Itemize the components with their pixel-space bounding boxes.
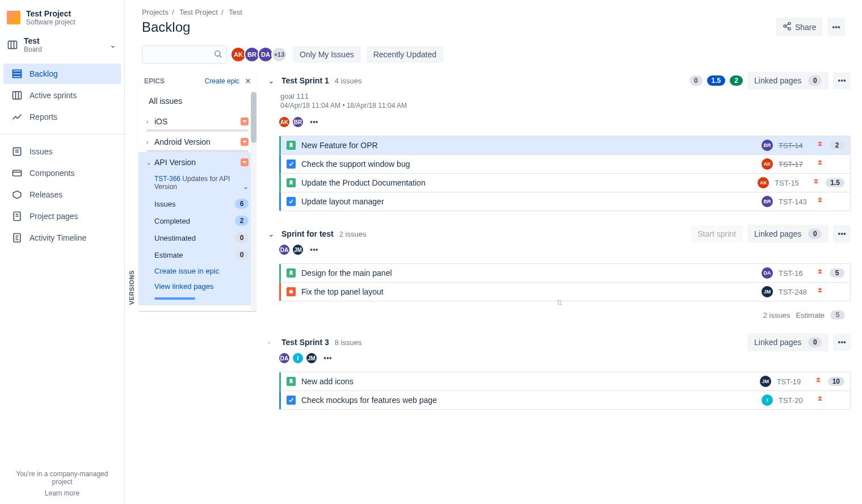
sidebar-item-reports[interactable]: Reports — [3, 107, 121, 127]
assignee-avatar[interactable]: BR — [762, 140, 773, 151]
sprint-name[interactable]: Sprint for test — [281, 229, 334, 238]
recently-updated-button[interactable]: Recently Updated — [367, 46, 443, 63]
epic-color-badge[interactable] — [241, 117, 249, 125]
sidebar-item-issues[interactable]: Issues — [3, 141, 121, 162]
issue-key[interactable]: TST-17 — [779, 160, 810, 169]
linked-pages-button[interactable]: Linked pages 0 — [747, 72, 829, 90]
close-epics-icon[interactable]: ✕ — [245, 77, 251, 85]
avatar[interactable]: DA — [278, 243, 291, 256]
issue-key[interactable]: TST-20 — [779, 396, 810, 405]
sprint-name[interactable]: Test Sprint 3 — [281, 338, 329, 347]
sidebar-item-components[interactable]: Components — [3, 163, 121, 183]
avatar[interactable]: AK — [278, 116, 291, 128]
assignee-avatar[interactable]: JM — [762, 286, 773, 297]
project-avatar — [7, 11, 20, 24]
issue-row[interactable]: Update layout manager BR TST-143 — [279, 192, 850, 211]
sidebar-item-backlog[interactable]: Backlog — [3, 64, 121, 84]
epics-scrollbar[interactable] — [251, 92, 257, 311]
sidebar-item-releases[interactable]: Releases — [3, 184, 121, 205]
epic-name: API Version — [154, 158, 241, 167]
issue-key[interactable]: TST-15 — [775, 179, 806, 187]
avatar[interactable]: I — [292, 352, 304, 364]
epic-row[interactable]: › iOS — [146, 111, 249, 132]
issue-list: New Feature for OPR BR TST-14 2 Check th… — [279, 136, 851, 211]
create-epic-link[interactable]: Create epic — [205, 77, 239, 85]
svg-line-25 — [786, 27, 789, 28]
svg-point-23 — [788, 28, 790, 30]
issue-row[interactable]: New Feature for OPR BR TST-14 2 — [279, 136, 850, 155]
board-icon — [7, 39, 18, 51]
assignee-avatar[interactable]: I — [762, 394, 773, 406]
avatar-more[interactable]: +13 — [271, 47, 287, 62]
learn-more-link[interactable]: Learn more — [7, 489, 117, 497]
epic-all-issues[interactable]: All issues — [146, 91, 249, 111]
issue-row[interactable]: Design for the main panel DA TST-16 5 — [279, 264, 850, 283]
issue-row[interactable]: Check mockups for features web page I TS… — [279, 391, 850, 409]
epic-view-linked-link[interactable]: View linked pages — [146, 279, 249, 294]
chevron-down-icon: ⌄ — [146, 159, 154, 166]
avatar[interactable]: JM — [305, 352, 318, 364]
backlog-icon — [11, 68, 23, 79]
assignee-avatar[interactable]: AK — [758, 177, 769, 188]
crumb-project[interactable]: Test Project — [179, 8, 218, 16]
issue-key[interactable]: TST-16 — [779, 269, 810, 278]
epic-progress-bar — [154, 297, 195, 300]
story-icon — [287, 268, 296, 278]
start-sprint-button[interactable]: Start sprint — [691, 225, 743, 242]
epic-stat: Estimate0 — [146, 246, 249, 263]
share-button[interactable]: Share — [776, 18, 823, 36]
issue-row[interactable]: Fix the top panel layout JM TST-248 — [279, 283, 850, 301]
priority-icon — [816, 396, 824, 405]
versions-tab[interactable]: VERSIONS — [125, 72, 138, 504]
svg-rect-4 — [13, 73, 22, 74]
epic-color-badge[interactable] — [241, 158, 249, 166]
linked-pages-button[interactable]: Linked pages 0 — [747, 225, 829, 243]
sprint-more-button[interactable]: ••• — [833, 72, 851, 89]
sprint: ⌄ Test Sprint 1 4 issues 01.52 Linked pa… — [268, 72, 851, 211]
sprint-more-icon[interactable]: ••• — [308, 115, 321, 129]
issue-key[interactable]: TST-248 — [779, 288, 810, 296]
issue-key[interactable]: TST-14 — [779, 141, 810, 150]
issue-key[interactable]: TST-143 — [779, 198, 810, 206]
project-header[interactable]: Test Project Software project — [0, 0, 124, 31]
sidebar-item-project-pages[interactable]: Project pages — [3, 206, 121, 226]
sprint-name[interactable]: Test Sprint 1 — [281, 76, 329, 85]
crumb-board[interactable]: Test — [229, 8, 242, 16]
crumb-projects[interactable]: Projects — [142, 8, 169, 16]
sprint-more-icon[interactable]: ••• — [321, 351, 334, 365]
chevron-icon[interactable]: ⌄ — [268, 76, 276, 85]
sprint-more-icon[interactable]: ••• — [308, 243, 321, 257]
linked-pages-button[interactable]: Linked pages 0 — [747, 333, 829, 351]
avatar[interactable]: JM — [292, 243, 304, 256]
epic-issue-link[interactable]: TST-366 Updates for API Version ⌄ — [146, 173, 249, 195]
more-actions-button[interactable]: ••• — [827, 18, 845, 36]
issue-summary: Fix the top panel layout — [301, 287, 756, 296]
epic-color-badge[interactable] — [241, 138, 249, 146]
epic-stat: Unestimated0 — [146, 229, 249, 246]
assignee-avatar[interactable]: AK — [762, 158, 773, 170]
only-my-issues-button[interactable]: Only My Issues — [293, 46, 361, 63]
sprint-more-button[interactable]: ••• — [833, 225, 851, 242]
avatar[interactable]: BR — [292, 116, 304, 128]
sprint-more-button[interactable]: ••• — [833, 334, 851, 351]
sidebar-item-active-sprints[interactable]: Active sprints — [3, 85, 121, 106]
chevron-icon[interactable]: ⌄ — [268, 229, 276, 238]
board-selector[interactable]: Test Board ⌄ — [0, 31, 124, 59]
chevron-icon[interactable]: · — [268, 338, 276, 347]
epic-row-api[interactable]: ⌄ API Version — [146, 152, 249, 173]
issue-row[interactable]: Update the Product Documentation AK TST-… — [279, 174, 850, 192]
issue-row[interactable]: New add icons JM TST-19 10 — [279, 372, 850, 391]
assignee-avatar[interactable]: BR — [762, 196, 773, 207]
assignee-avatar[interactable]: DA — [762, 267, 773, 279]
epic-row[interactable]: › Android Version — [146, 132, 249, 152]
epic-create-issue-link[interactable]: Create issue in epic — [146, 263, 249, 279]
sprint-dates: 04/Apr/18 11:04 AM • 18/Apr/18 11:04 AM — [280, 102, 851, 110]
sidebar-item-activity-timeline[interactable]: Activity Timeline — [3, 228, 121, 248]
assignee-avatar[interactable]: JM — [760, 376, 771, 387]
estimate-badge: 10 — [828, 377, 844, 386]
sprint-issue-count: 8 issues — [335, 338, 362, 347]
avatar[interactable]: DA — [278, 352, 291, 364]
issue-row[interactable]: Check the support window bug AK TST-17 — [279, 155, 850, 174]
timeline-icon — [11, 232, 23, 243]
issue-key[interactable]: TST-19 — [777, 377, 809, 386]
